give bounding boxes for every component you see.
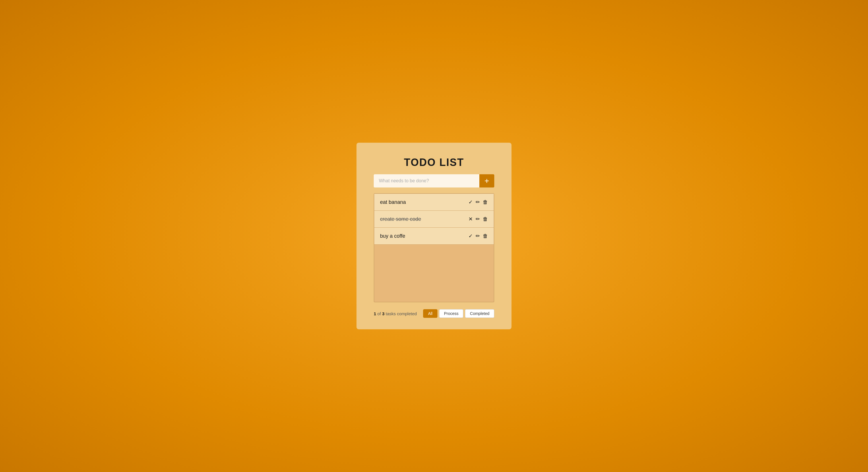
todo-app-card: TODO LIST + eat banana ✓ ✏ 🗑 create some… xyxy=(356,143,512,329)
total-count: 3 xyxy=(382,311,384,316)
todo-item-text-strikethrough: create some code xyxy=(380,216,468,222)
todo-list-container: eat banana ✓ ✏ 🗑 create some code ✕ ✏ 🗑 … xyxy=(374,193,494,302)
edit-icon[interactable]: ✏ xyxy=(476,233,480,239)
task-count-label: tasks completed xyxy=(386,311,417,316)
filter-buttons: All Process Completed xyxy=(423,309,494,318)
task-count-of: of xyxy=(377,311,382,316)
delete-icon[interactable]: 🗑 xyxy=(483,216,488,222)
todo-input[interactable] xyxy=(374,174,479,187)
complete-icon[interactable]: ✓ xyxy=(468,233,473,239)
todo-item-actions: ✓ ✏ 🗑 xyxy=(468,199,488,205)
delete-icon[interactable]: 🗑 xyxy=(483,233,488,239)
table-row: buy a coffe ✓ ✏ 🗑 xyxy=(374,228,494,245)
edit-icon[interactable]: ✏ xyxy=(476,216,480,222)
filter-completed-button[interactable]: Completed xyxy=(465,309,494,318)
add-todo-button[interactable]: + xyxy=(479,174,494,187)
completed-count: 1 xyxy=(374,311,376,316)
complete-icon[interactable]: ✕ xyxy=(468,216,473,222)
edit-icon[interactable]: ✏ xyxy=(476,199,480,205)
todo-item-text: buy a coffe xyxy=(380,233,468,239)
list-spacer xyxy=(374,245,494,302)
complete-icon[interactable]: ✓ xyxy=(468,199,473,205)
todo-item-actions: ✕ ✏ 🗑 xyxy=(468,216,488,222)
filter-all-button[interactable]: All xyxy=(423,309,437,318)
footer: 1 of 3 tasks completed All Process Compl… xyxy=(374,309,494,318)
delete-icon[interactable]: 🗑 xyxy=(483,199,488,205)
input-row: + xyxy=(374,174,494,187)
table-row: eat banana ✓ ✏ 🗑 xyxy=(374,194,494,211)
app-title: TODO LIST xyxy=(374,156,494,169)
filter-process-button[interactable]: Process xyxy=(439,309,464,318)
todo-item-actions: ✓ ✏ 🗑 xyxy=(468,233,488,239)
todo-item-text: eat banana xyxy=(380,199,468,205)
task-count: 1 of 3 tasks completed xyxy=(374,311,417,316)
table-row: create some code ✕ ✏ 🗑 xyxy=(374,211,494,228)
